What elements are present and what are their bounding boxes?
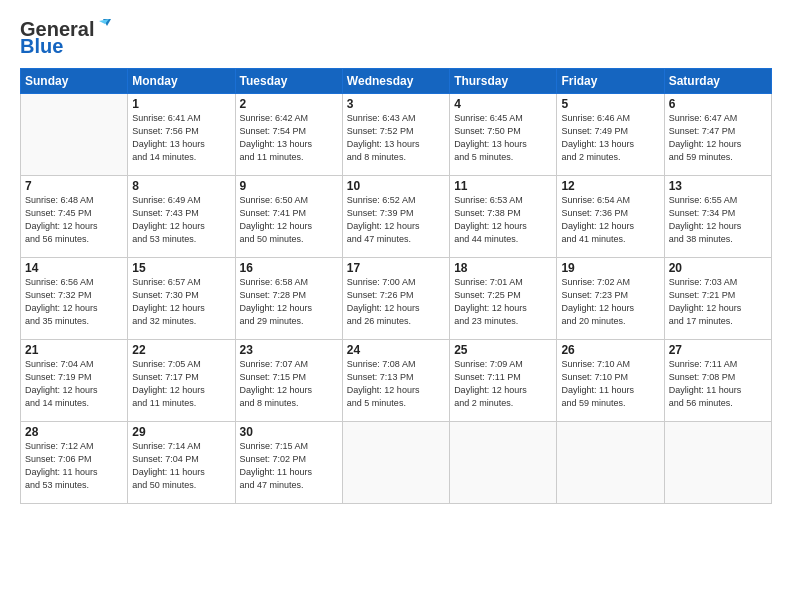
- day-number: 4: [454, 97, 552, 111]
- day-number: 12: [561, 179, 659, 193]
- calendar-week-1: 1Sunrise: 6:41 AMSunset: 7:56 PMDaylight…: [21, 94, 772, 176]
- calendar-cell: 29Sunrise: 7:14 AMSunset: 7:04 PMDayligh…: [128, 422, 235, 504]
- calendar-cell: 23Sunrise: 7:07 AMSunset: 7:15 PMDayligh…: [235, 340, 342, 422]
- cell-info: Sunrise: 6:47 AMSunset: 7:47 PMDaylight:…: [669, 112, 767, 164]
- calendar-cell: 12Sunrise: 6:54 AMSunset: 7:36 PMDayligh…: [557, 176, 664, 258]
- day-number: 21: [25, 343, 123, 357]
- cell-info: Sunrise: 6:50 AMSunset: 7:41 PMDaylight:…: [240, 194, 338, 246]
- cell-info: Sunrise: 7:05 AMSunset: 7:17 PMDaylight:…: [132, 358, 230, 410]
- day-number: 11: [454, 179, 552, 193]
- day-number: 19: [561, 261, 659, 275]
- cell-info: Sunrise: 7:12 AMSunset: 7:06 PMDaylight:…: [25, 440, 123, 492]
- calendar-week-5: 28Sunrise: 7:12 AMSunset: 7:06 PMDayligh…: [21, 422, 772, 504]
- cell-info: Sunrise: 6:49 AMSunset: 7:43 PMDaylight:…: [132, 194, 230, 246]
- day-number: 20: [669, 261, 767, 275]
- weekday-header-sunday: Sunday: [21, 69, 128, 94]
- cell-info: Sunrise: 7:15 AMSunset: 7:02 PMDaylight:…: [240, 440, 338, 492]
- cell-info: Sunrise: 7:04 AMSunset: 7:19 PMDaylight:…: [25, 358, 123, 410]
- calendar-cell: 25Sunrise: 7:09 AMSunset: 7:11 PMDayligh…: [450, 340, 557, 422]
- calendar-cell: 24Sunrise: 7:08 AMSunset: 7:13 PMDayligh…: [342, 340, 449, 422]
- calendar-cell: 26Sunrise: 7:10 AMSunset: 7:10 PMDayligh…: [557, 340, 664, 422]
- logo: General Blue: [20, 18, 112, 58]
- day-number: 23: [240, 343, 338, 357]
- day-number: 2: [240, 97, 338, 111]
- day-number: 16: [240, 261, 338, 275]
- page-header: General Blue: [20, 18, 772, 58]
- cell-info: Sunrise: 6:53 AMSunset: 7:38 PMDaylight:…: [454, 194, 552, 246]
- weekday-header-saturday: Saturday: [664, 69, 771, 94]
- calendar-cell: [342, 422, 449, 504]
- cell-info: Sunrise: 7:11 AMSunset: 7:08 PMDaylight:…: [669, 358, 767, 410]
- calendar-cell: 2Sunrise: 6:42 AMSunset: 7:54 PMDaylight…: [235, 94, 342, 176]
- calendar-cell: 17Sunrise: 7:00 AMSunset: 7:26 PMDayligh…: [342, 258, 449, 340]
- cell-info: Sunrise: 6:42 AMSunset: 7:54 PMDaylight:…: [240, 112, 338, 164]
- cell-info: Sunrise: 6:48 AMSunset: 7:45 PMDaylight:…: [25, 194, 123, 246]
- cell-info: Sunrise: 6:54 AMSunset: 7:36 PMDaylight:…: [561, 194, 659, 246]
- calendar-cell: 5Sunrise: 6:46 AMSunset: 7:49 PMDaylight…: [557, 94, 664, 176]
- logo-blue-line: Blue: [20, 35, 63, 58]
- day-number: 26: [561, 343, 659, 357]
- day-number: 13: [669, 179, 767, 193]
- calendar-cell: 22Sunrise: 7:05 AMSunset: 7:17 PMDayligh…: [128, 340, 235, 422]
- calendar-cell: [664, 422, 771, 504]
- day-number: 1: [132, 97, 230, 111]
- calendar-cell: 13Sunrise: 6:55 AMSunset: 7:34 PMDayligh…: [664, 176, 771, 258]
- day-number: 29: [132, 425, 230, 439]
- calendar-cell: 9Sunrise: 6:50 AMSunset: 7:41 PMDaylight…: [235, 176, 342, 258]
- calendar-cell: 14Sunrise: 6:56 AMSunset: 7:32 PMDayligh…: [21, 258, 128, 340]
- calendar-week-4: 21Sunrise: 7:04 AMSunset: 7:19 PMDayligh…: [21, 340, 772, 422]
- weekday-header-friday: Friday: [557, 69, 664, 94]
- cell-info: Sunrise: 7:14 AMSunset: 7:04 PMDaylight:…: [132, 440, 230, 492]
- cell-info: Sunrise: 7:08 AMSunset: 7:13 PMDaylight:…: [347, 358, 445, 410]
- cell-info: Sunrise: 6:55 AMSunset: 7:34 PMDaylight:…: [669, 194, 767, 246]
- calendar-cell: [557, 422, 664, 504]
- calendar-cell: 28Sunrise: 7:12 AMSunset: 7:06 PMDayligh…: [21, 422, 128, 504]
- calendar-table: SundayMondayTuesdayWednesdayThursdayFrid…: [20, 68, 772, 504]
- calendar-week-2: 7Sunrise: 6:48 AMSunset: 7:45 PMDaylight…: [21, 176, 772, 258]
- day-number: 27: [669, 343, 767, 357]
- day-number: 24: [347, 343, 445, 357]
- day-number: 25: [454, 343, 552, 357]
- calendar-cell: 1Sunrise: 6:41 AMSunset: 7:56 PMDaylight…: [128, 94, 235, 176]
- day-number: 8: [132, 179, 230, 193]
- cell-info: Sunrise: 7:09 AMSunset: 7:11 PMDaylight:…: [454, 358, 552, 410]
- cell-info: Sunrise: 6:46 AMSunset: 7:49 PMDaylight:…: [561, 112, 659, 164]
- calendar-cell: 15Sunrise: 6:57 AMSunset: 7:30 PMDayligh…: [128, 258, 235, 340]
- day-number: 28: [25, 425, 123, 439]
- day-number: 9: [240, 179, 338, 193]
- day-number: 6: [669, 97, 767, 111]
- calendar-cell: 30Sunrise: 7:15 AMSunset: 7:02 PMDayligh…: [235, 422, 342, 504]
- day-number: 14: [25, 261, 123, 275]
- calendar-cell: 27Sunrise: 7:11 AMSunset: 7:08 PMDayligh…: [664, 340, 771, 422]
- calendar-cell: [21, 94, 128, 176]
- calendar-cell: [450, 422, 557, 504]
- weekday-header-wednesday: Wednesday: [342, 69, 449, 94]
- day-number: 22: [132, 343, 230, 357]
- logo-wing-icon: [95, 19, 111, 33]
- cell-info: Sunrise: 6:43 AMSunset: 7:52 PMDaylight:…: [347, 112, 445, 164]
- logo-blue-label: Blue: [20, 35, 63, 57]
- calendar-cell: 8Sunrise: 6:49 AMSunset: 7:43 PMDaylight…: [128, 176, 235, 258]
- cell-info: Sunrise: 7:03 AMSunset: 7:21 PMDaylight:…: [669, 276, 767, 328]
- day-number: 30: [240, 425, 338, 439]
- calendar-cell: 3Sunrise: 6:43 AMSunset: 7:52 PMDaylight…: [342, 94, 449, 176]
- day-number: 15: [132, 261, 230, 275]
- calendar-cell: 20Sunrise: 7:03 AMSunset: 7:21 PMDayligh…: [664, 258, 771, 340]
- calendar-cell: 21Sunrise: 7:04 AMSunset: 7:19 PMDayligh…: [21, 340, 128, 422]
- cell-info: Sunrise: 6:41 AMSunset: 7:56 PMDaylight:…: [132, 112, 230, 164]
- calendar-cell: 4Sunrise: 6:45 AMSunset: 7:50 PMDaylight…: [450, 94, 557, 176]
- calendar-cell: 16Sunrise: 6:58 AMSunset: 7:28 PMDayligh…: [235, 258, 342, 340]
- calendar-header-row: SundayMondayTuesdayWednesdayThursdayFrid…: [21, 69, 772, 94]
- cell-info: Sunrise: 7:10 AMSunset: 7:10 PMDaylight:…: [561, 358, 659, 410]
- calendar-cell: 18Sunrise: 7:01 AMSunset: 7:25 PMDayligh…: [450, 258, 557, 340]
- calendar-cell: 6Sunrise: 6:47 AMSunset: 7:47 PMDaylight…: [664, 94, 771, 176]
- calendar-cell: 7Sunrise: 6:48 AMSunset: 7:45 PMDaylight…: [21, 176, 128, 258]
- calendar-cell: 10Sunrise: 6:52 AMSunset: 7:39 PMDayligh…: [342, 176, 449, 258]
- weekday-header-thursday: Thursday: [450, 69, 557, 94]
- cell-info: Sunrise: 6:52 AMSunset: 7:39 PMDaylight:…: [347, 194, 445, 246]
- calendar-cell: 11Sunrise: 6:53 AMSunset: 7:38 PMDayligh…: [450, 176, 557, 258]
- calendar-cell: 19Sunrise: 7:02 AMSunset: 7:23 PMDayligh…: [557, 258, 664, 340]
- day-number: 18: [454, 261, 552, 275]
- day-number: 17: [347, 261, 445, 275]
- day-number: 7: [25, 179, 123, 193]
